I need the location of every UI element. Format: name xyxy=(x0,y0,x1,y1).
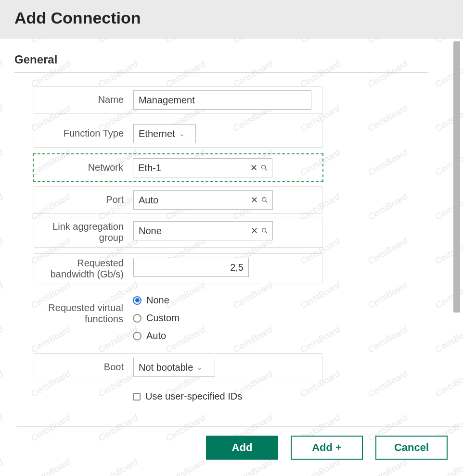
svg-line-5 xyxy=(266,232,267,233)
label-lag: Link aggregation group xyxy=(34,221,130,243)
svg-point-4 xyxy=(262,228,266,232)
dialog-header: Add Connection xyxy=(0,0,463,38)
row-lag: Link aggregation group None ✕ xyxy=(34,217,322,248)
function-type-value: Ethernet xyxy=(139,128,175,139)
rvf-radio-group: None Custom Auto xyxy=(133,294,180,341)
search-icon[interactable] xyxy=(261,227,269,235)
row-port: Port Auto ✕ xyxy=(34,186,322,214)
add-button[interactable]: Add xyxy=(206,436,278,460)
lag-value: None xyxy=(139,225,251,237)
search-icon[interactable] xyxy=(260,164,268,172)
port-combo[interactable]: Auto ✕ xyxy=(133,190,273,210)
svg-line-3 xyxy=(266,201,267,202)
chevron-down-icon: ⌄ xyxy=(179,130,185,138)
chevron-down-icon: ⌄ xyxy=(197,363,203,371)
search-icon[interactable] xyxy=(261,196,269,204)
boot-value: Not bootable xyxy=(139,362,193,373)
scrollbar-thumb[interactable] xyxy=(453,41,460,313)
cancel-button[interactable]: Cancel xyxy=(375,436,448,460)
name-input[interactable] xyxy=(133,90,311,110)
label-name: Name xyxy=(34,90,130,109)
network-value: Eth-1 xyxy=(138,163,250,174)
use-ids-checkbox[interactable]: Use user-specified IDs xyxy=(133,391,242,402)
clear-icon[interactable]: ✕ xyxy=(251,225,258,236)
add-more-button[interactable]: Add + xyxy=(291,436,363,460)
label-bandwidth: Requested bandwidth (Gb/s) xyxy=(34,258,130,280)
row-boot: Boot Not bootable ⌄ xyxy=(34,353,322,381)
label-network: Network xyxy=(34,158,130,176)
svg-point-0 xyxy=(262,165,266,169)
boot-select[interactable]: Not bootable ⌄ xyxy=(133,358,215,377)
port-value: Auto xyxy=(139,195,251,206)
checkbox-icon xyxy=(133,393,141,401)
section-divider xyxy=(14,72,428,73)
network-combo[interactable]: Eth-1 ✕ xyxy=(133,158,272,177)
row-bandwidth: Requested bandwidth (Gb/s) xyxy=(34,253,322,284)
label-boot: Boot xyxy=(34,358,130,376)
rvf-radio-custom[interactable]: Custom xyxy=(133,313,180,324)
radio-icon xyxy=(133,296,141,305)
rvf-radio-none[interactable]: None xyxy=(133,295,180,306)
svg-line-1 xyxy=(265,169,267,170)
label-function-type: Function Type xyxy=(34,124,130,142)
row-network: Network Eth-1 ✕ xyxy=(33,153,323,182)
section-general-title: General xyxy=(14,53,428,66)
label-rvf: Requested virtual functions xyxy=(34,294,130,325)
footer-divider xyxy=(16,426,459,427)
clear-icon[interactable]: ✕ xyxy=(250,163,257,173)
label-port: Port xyxy=(34,190,130,209)
radio-icon xyxy=(133,332,141,340)
row-use-ids: Use user-specified IDs xyxy=(34,387,322,413)
rvf-radio-auto[interactable]: Auto xyxy=(133,330,180,341)
footer-buttons: Add Add + Cancel xyxy=(14,436,448,460)
row-rvf: Requested virtual functions None Custom … xyxy=(34,290,322,348)
row-function-type: Function Type Ethernet ⌄ xyxy=(34,120,322,148)
bandwidth-input[interactable] xyxy=(133,258,249,277)
dialog-title: Add Connection xyxy=(14,9,449,27)
clear-icon[interactable]: ✕ xyxy=(251,195,258,205)
lag-combo[interactable]: None ✕ xyxy=(133,221,273,240)
row-name: Name xyxy=(34,86,322,114)
function-type-select[interactable]: Ethernet ⌄ xyxy=(133,124,196,143)
svg-point-2 xyxy=(262,198,266,201)
radio-icon xyxy=(133,314,141,323)
